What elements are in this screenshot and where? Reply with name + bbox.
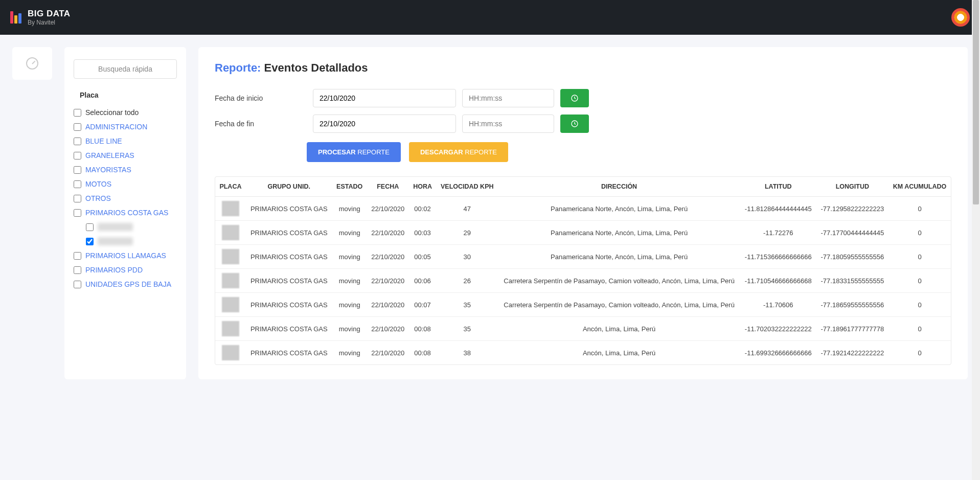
table-cell: -11.699326666666666 (740, 341, 816, 365)
filter-label[interactable]: GRANELERAS (85, 151, 134, 159)
filter-sub-item[interactable]: XXX-XXX (74, 220, 177, 234)
filter-item[interactable]: MOTOS (74, 177, 177, 191)
filter-item[interactable]: MAYORISTAS (74, 163, 177, 177)
report-table: PLACAGRUPO UNID.ESTADOFECHAHORAVELOCIDAD… (215, 177, 951, 364)
table-cell: 22/10/2020 (367, 317, 409, 341)
table-cell: 22/10/2020 (367, 293, 409, 317)
table-cell: -11.72276 (740, 221, 816, 245)
start-time-input[interactable] (462, 89, 554, 107)
table-cell (215, 269, 246, 293)
table-cell: -77.19214222222222 (816, 341, 888, 365)
table-cell (215, 293, 246, 317)
table-row: PRIMARIOS COSTA GASmoving22/10/202000:05… (215, 245, 951, 269)
end-date-input[interactable] (313, 115, 456, 133)
start-date-label: Fecha de inicio (215, 94, 307, 102)
clock-icon (571, 120, 579, 128)
filter-tree: Seleccionar todoADMINISTRACIONBLUE LINEG… (74, 105, 177, 291)
filter-checkbox[interactable] (74, 209, 81, 217)
end-time-now-button[interactable] (560, 115, 589, 133)
start-date-input[interactable] (313, 89, 456, 107)
filter-item[interactable]: Seleccionar todo (74, 105, 177, 120)
filter-checkbox[interactable] (74, 195, 81, 202)
report-table-wrap: PLACAGRUPO UNID.ESTADOFECHAHORAVELOCIDAD… (215, 176, 951, 365)
table-cell: 00:08 (409, 341, 436, 365)
table-header: KM ACUMULADO (888, 177, 951, 197)
scrollbar[interactable] (972, 0, 980, 379)
table-cell: moving (332, 269, 367, 293)
table-cell: Panamericana Norte, Ancón, Lima, Lima, P… (498, 221, 740, 245)
filter-item[interactable]: PRIMARIOS LLAMAGAS (74, 248, 177, 263)
process-report-button[interactable]: PROCESAR REPORTE (307, 142, 401, 162)
filter-checkbox[interactable] (74, 166, 81, 174)
filter-checkbox[interactable] (74, 138, 81, 145)
filter-checkbox[interactable] (74, 281, 81, 288)
table-row: PRIMARIOS COSTA GASmoving22/10/202000:08… (215, 341, 951, 365)
filter-item[interactable]: BLUE LINE (74, 134, 177, 148)
table-header: DIRECCIÓN (498, 177, 740, 197)
download-report-button[interactable]: DESCARGAR REPORTE (409, 142, 508, 162)
dashboard-icon[interactable] (26, 57, 38, 70)
filter-label[interactable]: PRIMARIOS PDD (85, 266, 143, 274)
table-cell: -77.18961777777778 (816, 317, 888, 341)
table-cell: -11.812864444444445 (740, 197, 816, 221)
filter-label[interactable]: PRIMARIOS COSTA GAS (85, 209, 168, 217)
filter-item[interactable]: PRIMARIOS PDD (74, 263, 177, 277)
filter-checkbox[interactable] (74, 152, 81, 159)
table-cell (215, 317, 246, 341)
filter-label[interactable]: PRIMARIOS LLAMAGAS (85, 252, 166, 260)
placa-redacted (222, 321, 239, 336)
filter-checkbox[interactable] (74, 252, 81, 260)
start-time-now-button[interactable] (560, 89, 589, 107)
table-cell: 00:02 (409, 197, 436, 221)
filter-label[interactable]: ADMINISTRACION (85, 123, 147, 131)
filter-item[interactable]: ADMINISTRACION (74, 120, 177, 134)
table-cell: 22/10/2020 (367, 341, 409, 365)
table-cell: moving (332, 197, 367, 221)
table-cell: 22/10/2020 (367, 197, 409, 221)
filter-checkbox[interactable] (86, 223, 94, 231)
table-cell: 38 (436, 341, 498, 365)
table-cell (215, 197, 246, 221)
table-cell: 0 (888, 269, 951, 293)
end-time-input[interactable] (462, 115, 554, 133)
filter-checkbox[interactable] (74, 180, 81, 188)
filter-label[interactable]: BLUE LINE (85, 137, 122, 145)
table-cell: Panamericana Norte, Ancón, Lima, Lima, P… (498, 245, 740, 269)
table-cell: moving (332, 341, 367, 365)
table-cell: moving (332, 317, 367, 341)
placa-redacted (222, 201, 239, 216)
filter-label[interactable]: UNIDADES GPS DE BAJA (85, 280, 171, 288)
table-cell: PRIMARIOS COSTA GAS (246, 269, 332, 293)
filter-item[interactable]: GRANELERAS (74, 148, 177, 163)
filter-checkbox[interactable] (74, 109, 81, 117)
table-cell: 22/10/2020 (367, 245, 409, 269)
user-avatar[interactable] (951, 8, 970, 27)
filter-item[interactable]: PRIMARIOS COSTA GAS (74, 205, 177, 220)
scrollbar-thumb[interactable] (973, 0, 979, 204)
table-cell: -11.715366666666666 (740, 245, 816, 269)
table-header: LATITUD (740, 177, 816, 197)
filter-checkbox[interactable] (74, 123, 81, 131)
filter-checkbox[interactable] (86, 238, 94, 245)
main-panel: Reporte: Eventos Detallados Fecha de ini… (198, 47, 968, 379)
table-cell: 35 (436, 293, 498, 317)
filter-item[interactable]: OTROS (74, 191, 177, 205)
table-header: LONGITUD (816, 177, 888, 197)
filter-sub-item[interactable]: XXX-XXX (74, 234, 177, 248)
table-cell: 00:07 (409, 293, 436, 317)
search-input[interactable] (74, 59, 177, 79)
filter-label[interactable]: OTROS (85, 194, 111, 202)
table-cell: 00:03 (409, 221, 436, 245)
table-cell: 0 (888, 341, 951, 365)
clock-icon (571, 94, 579, 102)
table-row: PRIMARIOS COSTA GASmoving22/10/202000:08… (215, 317, 951, 341)
table-row: PRIMARIOS COSTA GASmoving22/10/202000:07… (215, 293, 951, 317)
table-cell: moving (332, 245, 367, 269)
table-cell (215, 341, 246, 365)
filter-item[interactable]: UNIDADES GPS DE BAJA (74, 277, 177, 291)
end-date-label: Fecha de fin (215, 120, 307, 128)
filter-label[interactable]: MOTOS (85, 180, 111, 188)
filter-label[interactable]: MAYORISTAS (85, 166, 131, 174)
filter-checkbox[interactable] (74, 266, 81, 274)
app-header: BIG DATA By Navitel (0, 0, 980, 35)
